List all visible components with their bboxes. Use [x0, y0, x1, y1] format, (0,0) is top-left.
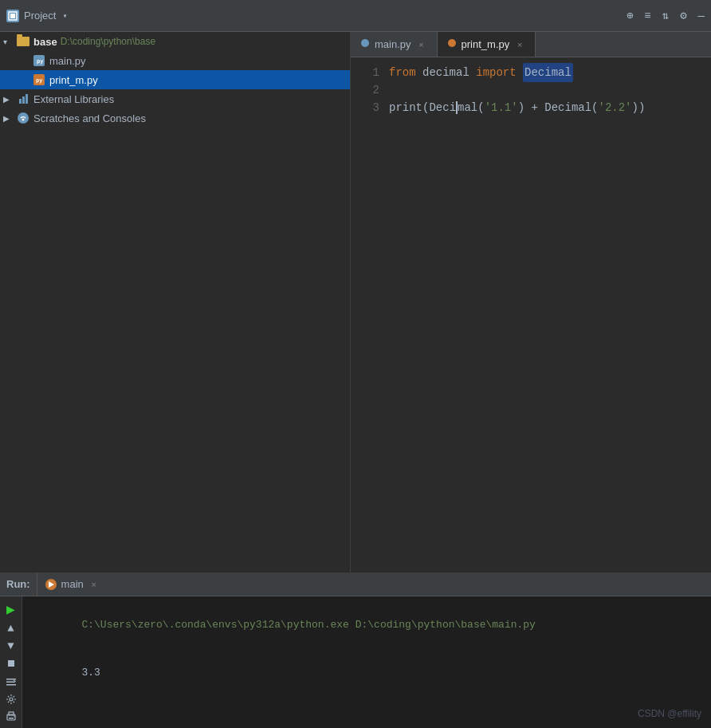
py-file-icon: py — [32, 55, 46, 66]
run-tab-close[interactable]: × — [88, 579, 100, 590]
svg-text:py: py — [37, 58, 44, 65]
console-watermark: CSDN @effility — [638, 706, 701, 722]
main-content: ▾ base D:\coding\python\base py main.py — [0, 32, 711, 573]
editor-area: main.py × print_m.py × 1 2 3 — [351, 32, 711, 573]
settings-icon[interactable]: ⚙ — [680, 9, 686, 22]
tab-main-py-close[interactable]: × — [416, 39, 427, 50]
space2 — [469, 64, 476, 81]
svg-rect-11 — [6, 679, 16, 680]
paren-close2: ) — [518, 99, 524, 116]
paren-open2: ( — [477, 99, 484, 116]
wrap-button[interactable] — [3, 675, 19, 688]
sidebar-item-main-py[interactable]: py main.py — [0, 51, 350, 70]
settings-button[interactable] — [3, 693, 19, 706]
console-line-1: C:\Users\zero\.conda\envs\py312a\python.… — [32, 601, 701, 649]
svg-rect-17 — [9, 718, 14, 719]
class-decimal-1b: mal — [458, 99, 477, 116]
main-py-label: main.py — [49, 55, 86, 67]
class-decimal-1: Deci — [429, 99, 456, 116]
folder-icon — [16, 36, 30, 47]
code-line-3: print ( Decimal ( '1.1' ) + Decimal ( '2… — [389, 99, 705, 116]
paren-open1: ( — [422, 99, 429, 116]
space-op2 — [538, 99, 544, 116]
scratches-label: Scratches and Consoles — [33, 112, 146, 124]
svg-rect-10 — [8, 660, 14, 667]
run-tab-bar: Run: main × — [0, 573, 711, 596]
scroll-up-button[interactable]: ▲ — [3, 622, 19, 635]
class-decimal: Decimal — [523, 63, 573, 82]
print-m-py-label: print_m.py — [49, 74, 98, 86]
svg-point-8 — [361, 39, 369, 47]
svg-rect-1 — [10, 14, 15, 18]
space1 — [416, 64, 422, 81]
code-content[interactable]: from decimal import Decimal print ( Deci… — [383, 57, 711, 573]
folder-label: base — [33, 36, 57, 48]
code-line-1: from decimal import Decimal — [389, 64, 705, 81]
project-icon — [6, 10, 19, 22]
space-op — [524, 99, 531, 116]
tab-main-py-label: main.py — [375, 38, 411, 50]
run-play-inner — [49, 581, 54, 588]
console-result: 3.3 — [81, 667, 100, 679]
expand-arrow-lib: ▶ — [3, 95, 16, 104]
title-bar: Project ▾ ⊕ ≡ ⇅ ⚙ — — [0, 0, 711, 32]
run-tab-label: main — [61, 578, 84, 590]
run-tab-main[interactable]: main × — [37, 573, 108, 596]
line-numbers: 1 2 3 — [351, 57, 383, 573]
library-icon — [16, 93, 30, 104]
code-line-2 — [389, 81, 705, 99]
keyword-import: import — [476, 64, 516, 81]
play-button[interactable]: ▶ — [3, 601, 19, 617]
project-dropdown-arrow[interactable]: ▾ — [62, 11, 67, 21]
py-file-icon-orange: py — [32, 74, 46, 85]
svg-point-18 — [14, 715, 15, 717]
tab-print-m-py-close[interactable]: × — [514, 39, 525, 50]
code-editor[interactable]: 1 2 3 from decimal import Decimal — [351, 57, 711, 573]
sort-icon[interactable]: ⇅ — [662, 9, 669, 22]
paren-close3: ) — [632, 99, 638, 116]
scroll-down-button[interactable]: ▼ — [3, 639, 19, 652]
list-icon[interactable]: ≡ — [644, 10, 650, 22]
paren-close1: ) — [638, 99, 645, 116]
svg-point-6 — [18, 113, 28, 123]
console-line-3 — [32, 697, 701, 713]
str-2-2: '2.2' — [599, 99, 632, 116]
title-bar-left: Project ▾ — [6, 10, 68, 22]
svg-rect-16 — [9, 712, 14, 715]
tab-print-m-py[interactable]: print_m.py × — [438, 32, 536, 57]
editor-tab-bar: main.py × print_m.py × — [351, 32, 711, 57]
svg-text:py: py — [36, 77, 43, 84]
space3 — [517, 64, 523, 81]
sidebar-item-external-libraries[interactable]: ▶ External Libraries — [0, 89, 350, 108]
title-bar-icons: ⊕ ≡ ⇅ ⚙ — — [627, 9, 705, 22]
expand-arrow: ▾ — [3, 37, 16, 46]
module-decimal: decimal — [422, 64, 469, 81]
sidebar-item-print-m-py[interactable]: py print_m.py — [0, 70, 350, 89]
stop-button[interactable] — [3, 657, 19, 670]
svg-rect-13 — [6, 684, 16, 686]
sidebar-item-base-folder[interactable]: ▾ base D:\coding\python\base — [0, 32, 350, 51]
keyword-from: from — [389, 64, 416, 81]
external-libraries-label: External Libraries — [33, 93, 114, 105]
scratch-icon — [16, 112, 30, 124]
sidebar-item-scratches[interactable]: ▶ Scratches and Consoles — [0, 108, 350, 128]
title-bar-title[interactable]: Project — [24, 10, 56, 22]
svg-rect-12 — [6, 681, 14, 683]
print-button[interactable] — [3, 710, 19, 723]
run-tab-icon — [45, 579, 57, 590]
class-decimal-2: Decimal — [544, 99, 591, 116]
minimize-icon[interactable]: — — [698, 10, 705, 22]
bottom-panel: Run: main × ▶ ▲ ▼ — [0, 573, 711, 728]
console-path: C:\Users\zero\.conda\envs\py312a\python.… — [81, 619, 536, 631]
folder-path: D:\coding\python\base — [61, 36, 155, 47]
console-output: ▶ ▲ ▼ — [0, 596, 711, 728]
operator-plus: + — [531, 99, 537, 116]
console-line-4: Process finished with exit code 0 — [32, 713, 701, 728]
fn-print: print — [389, 99, 422, 116]
svg-point-9 — [448, 39, 456, 47]
add-icon[interactable]: ⊕ — [627, 9, 633, 22]
console-line-2: 3.3 — [32, 649, 701, 697]
paren-open3: ( — [591, 99, 598, 116]
tab-main-py[interactable]: main.py × — [351, 32, 438, 57]
console-text-area[interactable]: C:\Users\zero\.conda\envs\py312a\python.… — [22, 596, 711, 728]
